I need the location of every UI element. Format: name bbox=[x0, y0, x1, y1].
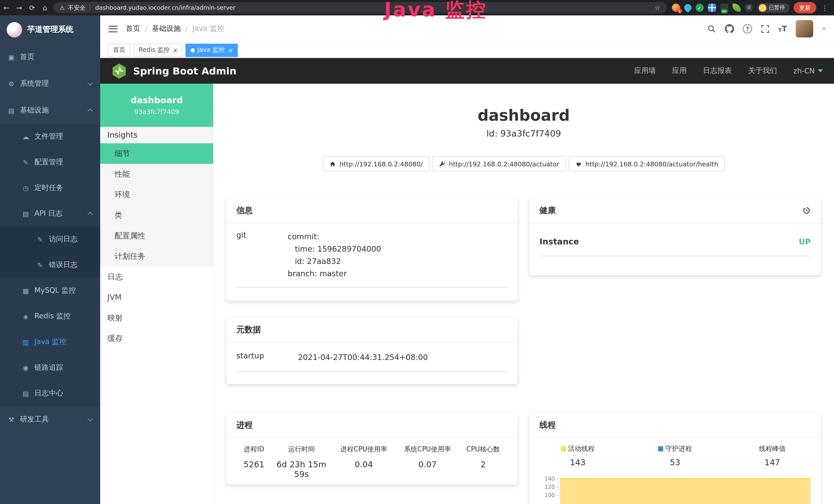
sidebar-item-classes[interactable]: 类 bbox=[100, 205, 213, 225]
menu-label: 系统管理 bbox=[20, 79, 49, 88]
menu-item-mysql-monitor[interactable]: ▦ MySQL 监控 bbox=[0, 278, 100, 303]
app-brand[interactable]: 芋道管理系统 bbox=[0, 16, 100, 44]
threads-card-title: 线程 bbox=[540, 420, 556, 431]
instance-name: dashboard bbox=[130, 95, 183, 105]
tab-java-monitor[interactable]: Java 监控 × bbox=[186, 43, 238, 57]
sidebar-item-caches[interactable]: 缓存 bbox=[100, 328, 213, 349]
chevron-up-icon bbox=[88, 212, 93, 217]
close-icon[interactable]: × bbox=[172, 47, 177, 53]
address-bar[interactable]: ⚠ 不安全 dashboard.yudao.iocoder.cn/infra/a… bbox=[53, 2, 666, 13]
browser-menu-icon[interactable]: ⋮ bbox=[821, 4, 828, 12]
sidebar-item-details[interactable]: 细节 bbox=[100, 143, 213, 164]
locale-label: zh-CN bbox=[793, 67, 815, 75]
sidebar-item-logs[interactable]: 日志 bbox=[100, 267, 213, 287]
sidebar-item-jvm[interactable]: JVM bbox=[100, 287, 213, 307]
check-icon: ✓ bbox=[697, 5, 702, 10]
menu-item-redis-monitor[interactable]: ◈ Redis 监控 bbox=[0, 303, 100, 329]
breadcrumb-separator: / bbox=[145, 25, 147, 33]
sba-nav-about[interactable]: 关于我们 bbox=[748, 66, 777, 75]
extension-icon-7[interactable] bbox=[745, 4, 753, 12]
menu-item-config-management[interactable]: ✎ 配置管理 bbox=[0, 150, 100, 175]
profile-status-label: 已暂停 bbox=[769, 4, 785, 11]
menu-label: MySQL 监控 bbox=[35, 286, 76, 295]
endpoint-url: http://192.168.0.2:48080/actuator bbox=[449, 160, 559, 168]
sidebar-item-environment[interactable]: 环境 bbox=[100, 184, 213, 205]
browser-home-icon[interactable]: ⌂ bbox=[39, 4, 51, 12]
sba-main: dashboard Id: 93a3fc7f7409 http://192.16… bbox=[213, 84, 834, 504]
profile-chip[interactable]: 已暂停 bbox=[757, 3, 790, 13]
sba-brand[interactable]: Spring Boot Admin bbox=[111, 62, 237, 79]
security-label[interactable]: 不安全 bbox=[68, 4, 86, 12]
sidebar-toggle-icon[interactable] bbox=[108, 25, 118, 32]
menu-item-system-management[interactable]: ⚙ 系统管理 bbox=[0, 70, 100, 97]
menu-item-file-management[interactable]: ☁ 文件管理 bbox=[0, 124, 100, 150]
menu-item-java-monitor[interactable]: ▥ Java 监控 bbox=[0, 329, 100, 355]
menu-item-scheduled-tasks[interactable]: ◷ 定时任务 bbox=[0, 175, 100, 201]
extension-icon-2[interactable] bbox=[682, 3, 693, 13]
extension-icon-5[interactable]: on bbox=[720, 4, 728, 12]
github-icon[interactable] bbox=[725, 24, 734, 33]
heartbeat-icon bbox=[575, 160, 582, 167]
breadcrumb-separator: / bbox=[185, 25, 188, 33]
menu-label: 文件管理 bbox=[35, 132, 63, 141]
trace-icon: ◉ bbox=[22, 364, 30, 371]
breadcrumb-infrastructure[interactable]: 基础设施 bbox=[152, 24, 180, 33]
sba-nav-applications[interactable]: 应用 bbox=[672, 66, 686, 75]
endpoint-link-actuator[interactable]: http://192.168.0.2:48080/actuator bbox=[432, 156, 566, 171]
menu-item-api-logs[interactable]: ▤ API 日志 bbox=[0, 201, 100, 226]
on-badge: on bbox=[721, 9, 727, 13]
endpoint-link-health[interactable]: http://192.168.0.2:48080/actuator/health bbox=[568, 156, 725, 171]
sba-nav-wallboard[interactable]: 应用墙 bbox=[634, 66, 656, 75]
update-button[interactable]: 更新 bbox=[794, 2, 816, 13]
profile-avatar-icon bbox=[759, 4, 766, 12]
process-card: 进程 进程ID 运行时间 进程CPU使用率 系统CPU使用率 CPU核心数 52… bbox=[226, 413, 518, 485]
menu-item-home[interactable]: ▣ 首页 bbox=[0, 44, 100, 70]
help-icon[interactable]: ? bbox=[743, 24, 752, 33]
sidebar-item-config-props[interactable]: 配置属性 bbox=[100, 225, 213, 246]
text-size-icon[interactable]: TT bbox=[778, 25, 787, 32]
process-id-value: 5261 bbox=[236, 460, 271, 479]
menu-item-access-logs[interactable]: ✎ 访问日志 bbox=[0, 226, 100, 252]
instance-id-line: Id: 93a3fc7f7409 bbox=[213, 129, 834, 139]
fullscreen-icon[interactable] bbox=[761, 24, 770, 33]
health-card-title: 健康 bbox=[540, 205, 556, 216]
reload-icon[interactable]: ⟳ bbox=[26, 4, 39, 12]
legend-swatch-yellow bbox=[561, 446, 566, 451]
sba-nav-journal[interactable]: 日志报表 bbox=[703, 66, 732, 75]
extension-icon-6[interactable] bbox=[732, 4, 741, 12]
endpoint-link-root[interactable]: http://192.168.0.2:48080/ bbox=[323, 156, 430, 171]
metadata-startup-row: startup 2021-04-27T00:44:31.254+08:00 bbox=[236, 343, 507, 372]
sidebar-item-performance[interactable]: 性能 bbox=[100, 164, 213, 184]
forward-icon[interactable]: → bbox=[13, 4, 26, 12]
info-card-title: 信息 bbox=[236, 205, 253, 216]
search-icon[interactable] bbox=[707, 24, 716, 33]
menu-label: 链路追踪 bbox=[35, 363, 63, 372]
menu-item-dev-tools[interactable]: ⚒ 研发工具 bbox=[0, 406, 100, 433]
close-icon[interactable]: × bbox=[227, 47, 233, 53]
sidebar-item-scheduled-tasks[interactable]: 计划任务 bbox=[100, 246, 213, 267]
tab-home[interactable]: 首页 bbox=[108, 43, 130, 57]
sba-locale-select[interactable]: zh-CN bbox=[793, 67, 823, 75]
extension-icon-3[interactable]: ✓ bbox=[695, 4, 704, 12]
avatar-caret-icon[interactable] bbox=[822, 27, 826, 30]
endpoint-links: http://192.168.0.2:48080/ http://192.168… bbox=[213, 156, 834, 171]
breadcrumb-home[interactable]: 首页 bbox=[126, 24, 140, 33]
bookmark-star-icon[interactable]: ☆ bbox=[655, 4, 660, 12]
menu-item-log-center[interactable]: ▤ 日志中心 bbox=[0, 381, 100, 406]
history-icon[interactable] bbox=[803, 206, 811, 215]
instance-header[interactable]: dashboard 93a3fc7f7409 bbox=[100, 84, 213, 127]
url-text[interactable]: dashboard.yudao.iocoder.cn/infra/admin-s… bbox=[95, 4, 647, 11]
extension-icon-1[interactable]: 1 bbox=[672, 4, 680, 12]
active-threads-value: 143 bbox=[529, 458, 627, 467]
user-avatar[interactable] bbox=[796, 20, 813, 38]
menu-item-error-logs[interactable]: ✎ 错误日志 bbox=[0, 252, 100, 278]
menu-item-tracing[interactable]: ◉ 链路追踪 bbox=[0, 355, 100, 381]
menu-item-infrastructure[interactable]: ▤ 基础设施 bbox=[0, 97, 100, 124]
tab-redis-monitor[interactable]: Redis 监控 × bbox=[134, 43, 183, 57]
back-icon[interactable]: ← bbox=[0, 4, 13, 12]
uptime-value: 6d 23h 15m 59s bbox=[271, 460, 331, 479]
sidebar-item-mappings[interactable]: 映射 bbox=[100, 307, 213, 328]
extension-icon-4[interactable] bbox=[708, 4, 716, 12]
info-value-git: commit: time: 1596289704000 id: 27aa832 … bbox=[288, 231, 381, 280]
sidebar-section-insights: Insights bbox=[100, 127, 213, 143]
